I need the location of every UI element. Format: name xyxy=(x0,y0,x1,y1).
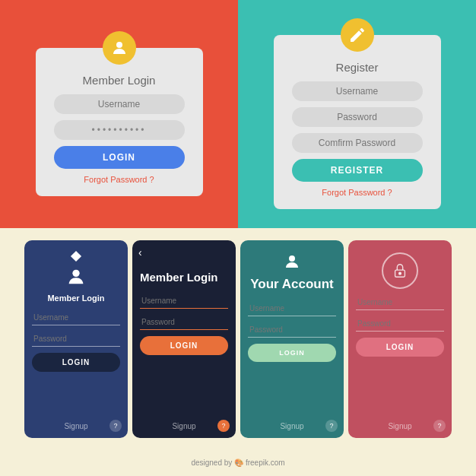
mobile-signup-1[interactable]: Signup xyxy=(64,422,87,430)
mobile-help-3[interactable]: ? xyxy=(325,420,338,432)
svg-point-4 xyxy=(399,272,401,274)
mobile-login-btn-2[interactable]: LOGIN xyxy=(140,336,228,355)
mobile-username-2[interactable] xyxy=(140,294,228,309)
mobile-card-2: ‹ Member Login LOGIN Signup ? xyxy=(132,240,236,438)
mobile-password-1[interactable] xyxy=(32,332,120,347)
mobile-password-2[interactable] xyxy=(140,315,228,330)
register-forgot-link[interactable]: Forgot Password ? xyxy=(322,188,392,197)
person-icon xyxy=(65,266,87,290)
login-button[interactable]: LOGIN xyxy=(54,146,185,169)
mobile-help-2[interactable]: ? xyxy=(217,420,230,432)
svg-point-1 xyxy=(72,270,79,277)
svg-point-0 xyxy=(116,42,122,48)
mobile-title-1: Member Login xyxy=(47,294,104,303)
mobile-password-4[interactable] xyxy=(356,316,444,332)
avatar-edit-icon xyxy=(341,18,374,52)
register-button[interactable]: REGISTER xyxy=(292,159,423,182)
mobile-title-2: Member Login xyxy=(140,271,228,284)
bottom-section: Member Login LOGIN Signup ? ‹ Member Log… xyxy=(0,228,476,453)
mobile-help-1[interactable]: ? xyxy=(109,420,122,432)
register-password-input[interactable] xyxy=(292,107,423,127)
password-input[interactable] xyxy=(54,120,185,140)
mobile-help-4[interactable]: ? xyxy=(433,420,446,432)
your-account-title: Your Account xyxy=(250,277,334,292)
mobile-password-3[interactable] xyxy=(248,322,336,338)
mobile-username-1[interactable] xyxy=(32,310,120,325)
username-input[interactable] xyxy=(54,94,185,114)
top-right-section: Register REGISTER Forgot Password ? xyxy=(238,0,476,228)
forgot-password-link[interactable]: Forgot Password ? xyxy=(84,175,154,184)
card-title: Member Login xyxy=(83,74,156,87)
mobile-login-btn-4[interactable]: LOGIN xyxy=(356,338,444,357)
mobile-signup-3[interactable]: Signup xyxy=(280,422,303,430)
person-icon-3 xyxy=(283,252,301,274)
mobile-login-btn-3[interactable]: LOGIN xyxy=(248,344,336,362)
lock-circle xyxy=(382,252,418,289)
watermark: designed by 🎨 freepik.com xyxy=(191,459,284,467)
mobile-card-1: Member Login LOGIN Signup ? xyxy=(24,240,128,438)
mobile-signup-4[interactable]: Signup xyxy=(388,422,411,430)
register-username-input[interactable] xyxy=(292,81,423,101)
mobile-username-4[interactable] xyxy=(356,295,444,310)
member-login-card: Member Login LOGIN Forgot Password ? xyxy=(36,48,203,196)
mobile-username-3[interactable] xyxy=(248,301,336,316)
mobile-login-btn-1[interactable]: LOGIN xyxy=(32,353,120,372)
mobile-signup-2[interactable]: Signup xyxy=(172,422,195,430)
back-arrow-icon[interactable]: ‹ xyxy=(138,246,142,259)
confirm-password-input[interactable] xyxy=(292,133,423,153)
register-card: Register REGISTER Forgot Password ? xyxy=(274,35,441,209)
diamond-icon xyxy=(71,251,81,262)
mobile-card-3: Your Account LOGIN Signup ? xyxy=(240,240,344,438)
svg-point-2 xyxy=(289,255,295,262)
register-title: Register xyxy=(336,61,379,74)
avatar-icon xyxy=(103,31,136,65)
mobile-card-4: LOGIN Signup ? xyxy=(348,240,452,438)
top-left-section: Member Login LOGIN Forgot Password ? xyxy=(0,0,238,228)
